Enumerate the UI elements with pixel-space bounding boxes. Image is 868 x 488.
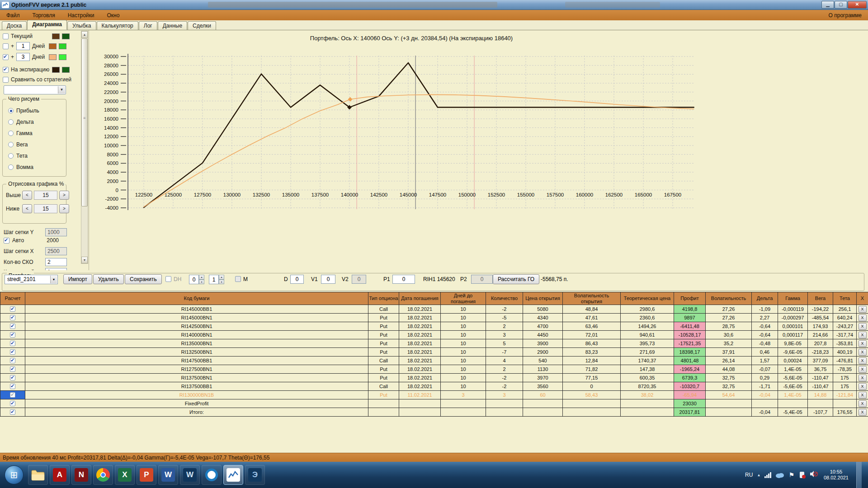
curve-row-expiration[interactable]: На экспирацию bbox=[3, 66, 70, 74]
menu-item-файл[interactable]: Файл bbox=[0, 11, 26, 20]
network-icon[interactable] bbox=[764, 472, 771, 478]
below-decrease-button[interactable]: < bbox=[22, 204, 32, 213]
v2-input[interactable] bbox=[352, 275, 366, 284]
column-header[interactable]: Цена открытия bbox=[523, 292, 563, 305]
color-swatch[interactable] bbox=[59, 43, 66, 49]
table-row[interactable]: RI145000BN1Put18.02.202110-5434047,61236… bbox=[0, 314, 868, 322]
dh-spinner-2[interactable]: ▲▼ bbox=[209, 275, 224, 284]
d-input[interactable] bbox=[290, 275, 304, 284]
checkbox-plus3[interactable] bbox=[3, 54, 9, 60]
taskbar-icon-powerpoint[interactable]: P bbox=[137, 465, 156, 485]
device-icon[interactable] bbox=[798, 471, 806, 479]
column-header[interactable]: Количество bbox=[486, 292, 523, 305]
checkbox-expiration[interactable] bbox=[3, 67, 9, 73]
remove-row-button[interactable]: X bbox=[859, 409, 867, 416]
radio-вега[interactable]: Вега bbox=[8, 141, 28, 148]
spin-up-icon[interactable]: ▲ bbox=[199, 275, 204, 280]
start-button[interactable]: ⊞ bbox=[5, 465, 24, 484]
row-calc-checkbox[interactable] bbox=[10, 332, 15, 338]
color-swatch[interactable] bbox=[49, 43, 57, 49]
radio-icon[interactable] bbox=[8, 119, 14, 125]
taskbar-icon-skype-circle[interactable] bbox=[202, 465, 222, 485]
taskbar-icon-explorer-folder[interactable] bbox=[28, 465, 48, 485]
days-input-3[interactable] bbox=[16, 53, 30, 61]
portfolio-preset-select[interactable]: stredl_2101 ▼ bbox=[5, 275, 58, 284]
column-header[interactable]: Тета bbox=[833, 292, 857, 305]
column-header[interactable]: Профит bbox=[674, 292, 706, 305]
color-swatch[interactable] bbox=[59, 54, 66, 60]
below-increase-button[interactable]: > bbox=[59, 204, 69, 213]
grid-step-y-input[interactable]: 1000 bbox=[45, 228, 67, 236]
above-decrease-button[interactable]: < bbox=[22, 191, 32, 200]
color-swatch[interactable] bbox=[49, 54, 57, 60]
spin-down-icon[interactable]: ▼ bbox=[199, 280, 204, 285]
column-header[interactable]: Волатильность открытия bbox=[563, 292, 621, 305]
row-calc-checkbox[interactable] bbox=[10, 315, 15, 320]
color-swatch[interactable] bbox=[62, 67, 70, 73]
column-header[interactable]: Теоретическая цена bbox=[621, 292, 674, 305]
column-header[interactable]: Дней до погашения bbox=[441, 292, 486, 305]
remove-row-button[interactable]: X bbox=[859, 366, 867, 373]
radio-icon[interactable] bbox=[8, 153, 14, 159]
tab-улыбка[interactable]: Улыбка bbox=[67, 21, 96, 30]
color-swatch[interactable] bbox=[52, 67, 60, 73]
left-panel-scrollbar[interactable]: ▲ ▼ bbox=[81, 31, 88, 264]
dh-spin1-input[interactable] bbox=[189, 275, 199, 284]
table-row[interactable]: RI147500BB1Call18.02.202110454012,841740… bbox=[0, 357, 868, 365]
row-calc-checkbox[interactable] bbox=[10, 341, 15, 346]
taskbar-icon-chrome[interactable] bbox=[93, 465, 113, 485]
radio-icon[interactable] bbox=[8, 131, 14, 136]
remove-row-button[interactable]: X bbox=[859, 400, 867, 407]
chevron-down-icon[interactable]: ▼ bbox=[58, 86, 65, 94]
table-row[interactable]: RI130000BN1BPut11.02.2021336058,4338,02-… bbox=[0, 391, 868, 399]
radio-вомма[interactable]: Вомма bbox=[8, 164, 33, 170]
strategy-select[interactable]: ▼ bbox=[4, 85, 66, 94]
table-row[interactable]: RI135000BN1Put18.02.2021105390086,43395,… bbox=[0, 339, 868, 348]
column-header[interactable]: Тип опциона bbox=[368, 292, 399, 305]
scroll-down-icon[interactable]: ▼ bbox=[81, 257, 88, 263]
table-row[interactable]: RI145000BB1Call18.02.202110-2508048,8429… bbox=[0, 305, 868, 314]
checkbox-plus1[interactable] bbox=[3, 43, 9, 49]
remove-row-button[interactable]: X bbox=[859, 332, 867, 338]
taskbar-icon-word[interactable]: W bbox=[158, 465, 178, 485]
taskbar-icon-app-n[interactable]: N bbox=[71, 465, 91, 485]
row-calc-checkbox[interactable] bbox=[10, 409, 15, 415]
taskbar-icon-optionfvv[interactable] bbox=[223, 465, 243, 485]
dh-spinner-1[interactable]: ▲▼ bbox=[189, 275, 204, 284]
row-calc-checkbox[interactable] bbox=[10, 401, 15, 406]
column-header[interactable]: Волатильность bbox=[706, 292, 752, 305]
remove-row-button[interactable]: X bbox=[859, 314, 867, 321]
row-calc-checkbox[interactable] bbox=[10, 358, 15, 363]
tab-диаграмма[interactable]: Диаграмма bbox=[27, 20, 67, 30]
tab-калькулятор[interactable]: Калькулятор bbox=[97, 21, 138, 30]
column-header[interactable]: Расчет bbox=[0, 292, 25, 305]
above-increase-button[interactable]: > bbox=[59, 191, 69, 200]
row-calc-checkbox[interactable] bbox=[10, 392, 15, 398]
curve-row-compare[interactable]: Сравнить со стратегией bbox=[3, 75, 71, 84]
menu-item-окно[interactable]: Окно bbox=[101, 11, 126, 20]
column-header[interactable]: Дата погашения bbox=[399, 292, 441, 305]
profit-chart[interactable]: -4000-2000020004000600080001000012000140… bbox=[89, 30, 868, 270]
close-button[interactable]: ✕ bbox=[848, 1, 867, 9]
taskbar-icon-app-mail[interactable]: Э bbox=[245, 465, 265, 485]
tab-лог[interactable]: Лог bbox=[139, 21, 157, 30]
tab-сделки[interactable]: Сделки bbox=[188, 21, 216, 30]
remove-row-button[interactable]: X bbox=[859, 349, 867, 356]
menu-about[interactable]: О программе bbox=[829, 12, 862, 19]
column-header[interactable]: Дельта bbox=[752, 292, 778, 305]
radio-гамма[interactable]: Гамма bbox=[8, 130, 33, 136]
curve-row-plus1[interactable]: + Дней bbox=[3, 42, 66, 50]
column-header[interactable]: Код бумаги bbox=[25, 292, 368, 305]
table-row[interactable]: RI142500BN1Put18.02.2021102470063,461494… bbox=[0, 322, 868, 331]
column-header[interactable]: X bbox=[857, 292, 868, 305]
onedrive-cloud-icon[interactable] bbox=[775, 472, 784, 478]
tray-expand-icon[interactable]: ▲ bbox=[757, 473, 760, 477]
tab-данные[interactable]: Данные bbox=[158, 21, 187, 30]
table-row[interactable]: RI132500BN1Put18.02.202110-7290083,23271… bbox=[0, 348, 868, 357]
spin-down-icon[interactable]: ▼ bbox=[219, 280, 224, 285]
chevron-down-icon[interactable]: ▼ bbox=[50, 276, 57, 283]
row-calc-checkbox[interactable] bbox=[10, 349, 15, 355]
remove-row-button[interactable]: X bbox=[859, 323, 867, 330]
radio-icon[interactable] bbox=[8, 142, 14, 147]
radio-прибыль[interactable]: Прибыль bbox=[8, 108, 39, 114]
